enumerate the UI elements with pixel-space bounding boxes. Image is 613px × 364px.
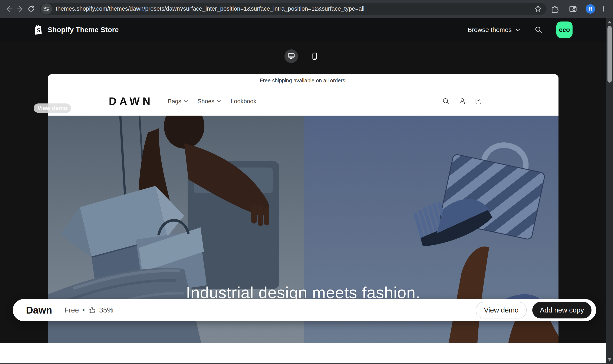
page-scrollbar[interactable] xyxy=(606,18,613,364)
account-icon[interactable] xyxy=(458,97,466,105)
reload-icon[interactable] xyxy=(26,3,37,14)
toolbar-separator xyxy=(582,5,582,13)
chevron-down-icon xyxy=(515,28,521,32)
header-search-icon[interactable] xyxy=(534,26,543,34)
theme-store-header: S Shopify Theme Store Browse themes eco xyxy=(0,18,613,42)
theme-store-title: Shopify Theme Store xyxy=(48,26,119,34)
device-toggle-row xyxy=(0,42,606,70)
browser-menu-icon[interactable] xyxy=(598,3,609,14)
store-navbar: DAWN Bags Shoes Lookbook xyxy=(48,87,559,116)
window-edge xyxy=(0,363,613,364)
chevron-down-icon xyxy=(217,100,221,103)
announcement-bar: Free shipping available on all orders! xyxy=(48,74,559,87)
theme-rating: 35% xyxy=(99,306,113,314)
theme-price: Free xyxy=(65,306,79,314)
scrollbar-thumb[interactable] xyxy=(607,26,612,83)
shopify-logo-icon: S xyxy=(33,24,43,36)
shopify-brand-link[interactable]: S Shopify Theme Store xyxy=(33,24,119,36)
meta-dot: • xyxy=(82,306,85,314)
browse-themes-menu[interactable]: Browse themes xyxy=(468,26,521,33)
browse-themes-label: Browse themes xyxy=(468,26,512,33)
thumbs-up-icon xyxy=(88,306,96,314)
toolbar-separator xyxy=(564,5,564,13)
desktop-preview-toggle[interactable] xyxy=(285,49,298,63)
address-bar[interactable]: themes.shopify.com/themes/dawn/presets/d… xyxy=(39,3,547,15)
nav-label: Lookbook xyxy=(231,98,256,105)
profile-avatar[interactable]: R xyxy=(586,4,595,14)
forward-icon[interactable] xyxy=(14,3,26,14)
scroll-down-icon[interactable] xyxy=(606,356,613,363)
extensions-icon[interactable] xyxy=(549,3,560,14)
view-demo-tooltip: View demo xyxy=(34,104,71,113)
add-new-copy-button[interactable]: Add new copy xyxy=(532,302,591,318)
back-icon[interactable] xyxy=(3,3,14,14)
browser-toolbar: themes.shopify.com/themes/dawn/presets/d… xyxy=(0,0,613,18)
store-search-icon[interactable] xyxy=(442,97,450,105)
site-settings-icon[interactable] xyxy=(41,3,52,14)
theme-action-bar: Dawn Free • 35% View demo Add new copy xyxy=(13,299,596,321)
view-demo-button[interactable]: View demo xyxy=(476,302,527,318)
url-text[interactable]: themes.shopify.com/themes/dawn/presets/d… xyxy=(56,6,534,12)
nav-label: Shoes xyxy=(198,98,214,105)
store-logo[interactable]: DAWN xyxy=(109,95,153,107)
search-tabs-icon[interactable] xyxy=(567,3,578,14)
svg-text:S: S xyxy=(37,27,40,33)
nav-item-shoes[interactable]: Shoes xyxy=(198,98,221,105)
theme-name: Dawn xyxy=(26,304,52,316)
chevron-down-icon xyxy=(184,100,188,103)
cart-bag-icon[interactable] xyxy=(475,97,482,105)
account-badge[interactable]: eco xyxy=(556,22,573,38)
desktop-icon xyxy=(287,52,296,60)
nav-item-lookbook[interactable]: Lookbook xyxy=(231,98,256,105)
mobile-icon xyxy=(311,52,319,60)
scroll-up-icon[interactable] xyxy=(606,19,613,26)
mobile-preview-toggle[interactable] xyxy=(308,49,322,63)
nav-label: Bags xyxy=(168,98,182,105)
page-bottom-strip xyxy=(0,343,606,364)
bookmark-star-icon[interactable] xyxy=(534,5,542,13)
nav-item-bags[interactable]: Bags xyxy=(168,98,188,105)
